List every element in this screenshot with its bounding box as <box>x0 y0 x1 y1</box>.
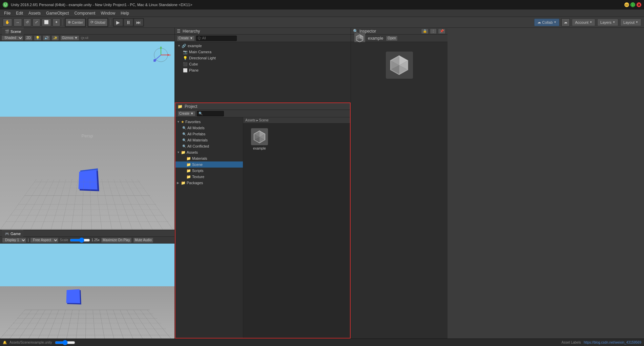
scene-toolbar: Shaded 2D 💡 🔊 ✨ Gizmos ▼ Qt:All <box>0 35 174 41</box>
scene-folder-label: Scene <box>192 162 203 167</box>
menu-assets[interactable]: Assets <box>26 9 43 17</box>
project-search[interactable] <box>197 111 224 116</box>
file-item-example[interactable]: example <box>246 126 273 152</box>
assets-folder-icon: 📁 <box>181 150 186 155</box>
scene-2d-button[interactable]: 2D <box>25 35 33 41</box>
breadcrumb-text: Assets ▸ Scene <box>245 118 269 122</box>
scene-viewport[interactable]: Y X Z Persp <box>0 41 174 230</box>
tree-all-models[interactable]: 🔍 All Models <box>175 125 243 131</box>
all-models-search-icon: 🔍 <box>182 126 186 130</box>
transform-tool-button[interactable]: ✦ <box>53 18 60 26</box>
cube-icon: ⬛ <box>183 62 188 66</box>
hierarchy-search[interactable] <box>196 36 237 41</box>
favorites-label: Favorites <box>185 120 201 124</box>
hierarchy-tab[interactable]: Hierarchy <box>183 29 200 34</box>
status-bar-path-icon: 🔔 <box>3 341 7 344</box>
hierarchy-root-item[interactable]: ▼ 🔗 example <box>175 43 351 49</box>
scene-fx-button[interactable]: ✨ <box>51 35 59 41</box>
window-controls[interactable]: ─ □ ✕ <box>624 2 641 7</box>
center-button[interactable]: ⊕ Center <box>65 18 85 26</box>
account-button[interactable]: Account ▼ <box>572 19 595 26</box>
maximize-button[interactable]: □ <box>630 2 635 7</box>
cloud-button[interactable]: ☁ <box>561 18 570 26</box>
hierarchy-item-directional-light[interactable]: 💡 Directional Light <box>175 55 351 61</box>
tree-packages[interactable]: ▶ 📁 Packages <box>175 180 243 186</box>
scale-label: Scale <box>60 238 68 242</box>
aspect-dropdown[interactable]: Free Aspect <box>30 237 59 243</box>
scene-light-button[interactable]: 💡 <box>34 35 41 41</box>
tree-texture[interactable]: 📁 Texture <box>175 174 243 180</box>
inspector-header-buttons: 🔒 ⋮ 📌 <box>421 28 445 34</box>
hierarchy-item-cube[interactable]: ⬛ Cube <box>175 61 351 67</box>
game-toolbar: Display 1 | Free Aspect Scale 1.25x Maxi… <box>0 237 174 244</box>
packages-arrow: ▶ <box>177 181 180 185</box>
global-button[interactable]: ⟳ Global <box>88 18 108 26</box>
gizmo-widget[interactable]: Y X Z <box>151 45 171 65</box>
scene-tab[interactable]: 🎬 Scene <box>2 28 24 35</box>
maximize-on-play-button[interactable]: Maximize On Play <box>101 237 132 243</box>
scale-tool-button[interactable]: ⤢ <box>33 18 40 26</box>
display-dropdown[interactable]: Display 1 <box>2 237 26 243</box>
unity-logo-icon <box>388 53 411 77</box>
pause-button[interactable]: ⏸ <box>124 19 133 26</box>
play-button[interactable]: ▶ <box>113 19 123 26</box>
menu-component[interactable]: Component <box>71 9 98 17</box>
root-icon: 🔗 <box>182 44 186 48</box>
plane-icon: ⬜ <box>183 68 188 73</box>
tree-favorites[interactable]: ▼ ★ Favorites <box>175 119 243 125</box>
hierarchy-item-main-camera[interactable]: 📷 Main Camera <box>175 49 351 55</box>
minimize-button[interactable]: ─ <box>624 2 629 7</box>
scene-panel: 🎬 Scene Shaded 2D 💡 🔊 ✨ Gizmos ▼ Qt:All <box>0 28 174 230</box>
tree-materials[interactable]: 📁 Materials <box>175 155 243 161</box>
breadcrumb: Assets ▸ Scene <box>243 117 350 123</box>
status-zoom-slider[interactable] <box>55 341 75 344</box>
rotate-tool-button[interactable]: ↺ <box>23 18 31 26</box>
texture-label: Texture <box>192 175 204 179</box>
game-tab[interactable]: 🎮 Game <box>2 230 23 237</box>
inspector-more-button[interactable]: ⋮ <box>430 28 437 34</box>
inspector-lock-button[interactable]: 🔒 <box>421 28 429 34</box>
menu-help[interactable]: Help <box>118 9 132 17</box>
hierarchy-create-button[interactable]: Create ▼ <box>177 36 195 41</box>
move-tool-button[interactable]: ↔ <box>14 18 22 26</box>
status-bar: 🔔 Assets/Scene/example.unity Asset Label… <box>0 339 644 346</box>
scene-gizmos-button[interactable]: Gizmos ▼ <box>60 35 80 41</box>
all-models-label: All Models <box>187 126 205 130</box>
status-bar-path: Assets/Scene/example.unity <box>9 341 52 344</box>
layers-button[interactable]: Layers ▼ <box>597 19 618 26</box>
inspector-pin-button[interactable]: 📌 <box>438 28 445 34</box>
menu-file[interactable]: File <box>1 9 13 17</box>
left-panels: 🎬 Scene Shaded 2D 💡 🔊 ✨ Gizmos ▼ Qt:All <box>0 28 175 339</box>
hand-tool-button[interactable]: ✋ <box>3 18 12 26</box>
layout-button[interactable]: Layout ▼ <box>620 19 641 26</box>
step-button[interactable]: ⏭ <box>134 19 143 26</box>
hierarchy-panel: ☰ Hierarchy Create ▼ ▼ 🔗 example <box>175 28 351 102</box>
tree-scene[interactable]: 📁 Scene <box>175 161 243 168</box>
tree-assets[interactable]: ▼ 📁 Assets <box>175 149 243 155</box>
inspector-open-button[interactable]: Open <box>386 36 397 41</box>
assets-arrow: ▼ <box>177 151 180 154</box>
project-create-button[interactable]: Create ▼ <box>178 111 195 116</box>
tree-scripts[interactable]: 📁 Scripts <box>175 168 243 174</box>
menu-edit[interactable]: Edit <box>13 9 26 17</box>
rect-tool-button[interactable]: ⬜ <box>42 18 51 26</box>
scale-slider[interactable] <box>70 238 90 242</box>
project-tab[interactable]: Project <box>185 104 197 109</box>
project-files[interactable]: example <box>243 123 350 338</box>
close-button[interactable]: ✕ <box>637 2 641 7</box>
shading-dropdown[interactable]: Shaded <box>1 35 23 41</box>
tree-all-conflicted[interactable]: 🔍 All Conflicted <box>175 143 243 149</box>
middle-panels: ☰ Hierarchy Create ▼ ▼ 🔗 example <box>175 28 351 339</box>
tree-all-materials[interactable]: 🔍 All Materials <box>175 137 243 143</box>
menu-gameobject[interactable]: GameObject <box>43 9 71 17</box>
game-viewport[interactable] <box>0 244 174 339</box>
mute-audio-button[interactable]: Mute Audio <box>133 237 153 243</box>
project-file-area: Assets ▸ Scene <box>243 117 350 338</box>
hierarchy-header: ☰ Hierarchy <box>175 28 351 35</box>
hierarchy-item-plane[interactable]: ⬜ Plane <box>175 67 351 73</box>
collab-button[interactable]: ☁ Collab ▼ <box>534 19 559 26</box>
menu-window[interactable]: Window <box>98 9 118 17</box>
scene-audio-button[interactable]: 🔊 <box>43 35 50 41</box>
tree-all-prefabs[interactable]: 🔍 All Prefabs <box>175 131 243 137</box>
svg-text:X: X <box>169 54 171 57</box>
